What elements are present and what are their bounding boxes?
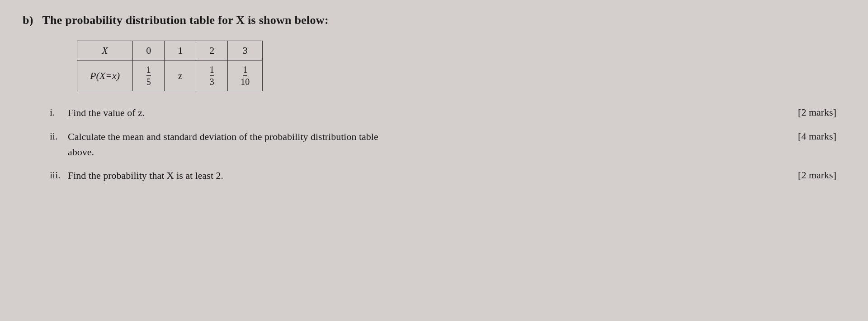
part-label: b) <box>23 14 33 27</box>
question-iii-text: Find the probability that X is at least … <box>68 167 845 183</box>
x-val-2: 2 <box>196 41 228 60</box>
sub-question-iii-row: iii. Find the probability that X is at l… <box>50 167 845 183</box>
sub-question-ii-row: ii. Calculate the mean and standard devi… <box>50 129 845 144</box>
numerator: 1 <box>243 64 247 76</box>
denominator: 10 <box>241 76 250 87</box>
questions-section: i. Find the value of z. [2 marks] ii. Ca… <box>50 105 845 184</box>
prob-val-2: 1 10 <box>228 60 263 91</box>
question-ii-main: Calculate the mean and standard deviatio… <box>68 131 378 142</box>
x-val-1: 1 <box>165 41 196 60</box>
marks-i: [2 marks] <box>798 105 836 120</box>
question-header: b) The probability distribution table fo… <box>23 14 845 27</box>
x-header: X <box>77 41 133 60</box>
marks-ii: [4 marks] <box>798 129 836 144</box>
roman-i: i. <box>50 105 68 120</box>
roman-iii: iii. <box>50 167 68 182</box>
question-ii-continuation: above. <box>68 144 845 159</box>
fraction-1-5: 1 5 <box>146 64 151 87</box>
sub-question-iii: iii. Find the probability that X is at l… <box>50 167 845 183</box>
denominator: 3 <box>210 76 214 87</box>
intro-text: The probability distribution table for X… <box>42 14 328 27</box>
roman-ii: ii. <box>50 129 68 144</box>
numerator: 1 <box>210 64 214 76</box>
table-wrapper: X 0 1 2 3 P(X=x) 1 5 z 1 3 <box>77 41 845 91</box>
sub-question-i: i. Find the value of z. [2 marks] <box>50 105 845 121</box>
table-header-row: X 0 1 2 3 <box>77 41 263 60</box>
x-val-3: 3 <box>228 41 263 60</box>
fraction-1-3: 1 3 <box>210 64 214 87</box>
prob-label: P(X=x) <box>77 60 133 91</box>
denominator: 5 <box>146 76 151 87</box>
prob-val-z: z <box>165 60 196 91</box>
numerator: 1 <box>146 64 151 76</box>
prob-val-0: 1 5 <box>133 60 165 91</box>
fraction-1-10: 1 10 <box>241 64 250 87</box>
probability-table: X 0 1 2 3 P(X=x) 1 5 z 1 3 <box>77 41 263 91</box>
x-val-0: 0 <box>133 41 165 60</box>
page-container: b) The probability distribution table fo… <box>0 0 868 205</box>
sub-question-i-row: i. Find the value of z. [2 marks] <box>50 105 845 121</box>
marks-iii: [2 marks] <box>798 167 836 182</box>
prob-val-1: 1 3 <box>196 60 228 91</box>
question-ii-text: Calculate the mean and standard deviatio… <box>68 129 845 144</box>
sub-question-ii: ii. Calculate the mean and standard devi… <box>50 129 845 159</box>
question-i-text: Find the value of z. <box>68 105 845 121</box>
table-prob-row: P(X=x) 1 5 z 1 3 1 1 <box>77 60 263 91</box>
